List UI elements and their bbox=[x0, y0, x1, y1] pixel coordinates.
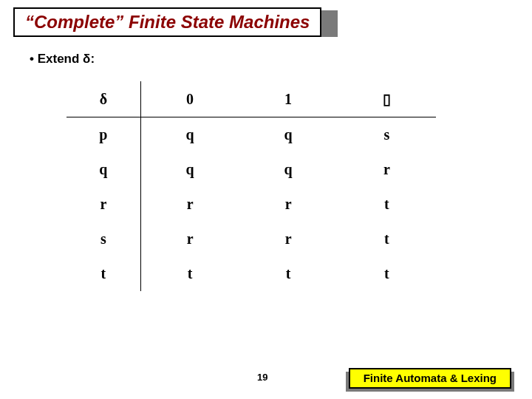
cell: t bbox=[338, 222, 436, 256]
cell: r bbox=[239, 187, 337, 222]
cell: q bbox=[239, 117, 337, 153]
table-row: s r r t bbox=[66, 222, 436, 256]
footer-label: Finite Automata & Lexing bbox=[364, 372, 497, 384]
table-row: t t t t bbox=[66, 256, 436, 291]
cell: t bbox=[239, 256, 337, 291]
state-cell: q bbox=[66, 152, 140, 187]
cell: q bbox=[140, 152, 239, 187]
col-1: 1 bbox=[239, 81, 337, 117]
cell: q bbox=[140, 117, 239, 153]
col-blank: ▯ bbox=[338, 81, 436, 117]
footer-box: Finite Automata & Lexing bbox=[349, 368, 511, 389]
state-cell: t bbox=[66, 256, 140, 291]
bullet-extend: • Extend δ: bbox=[30, 52, 95, 66]
title-box: “Complete” Finite State Machines bbox=[13, 7, 321, 37]
delta-symbol: δ bbox=[66, 81, 140, 117]
state-cell: p bbox=[66, 117, 140, 153]
table-row: p q q s bbox=[66, 117, 436, 153]
transition-table: δ 0 1 ▯ p q q s q q q r r r r bbox=[66, 81, 436, 291]
page-number: 19 bbox=[257, 372, 267, 383]
table-head-row: δ 0 1 ▯ bbox=[66, 81, 436, 117]
table-row: q q q r bbox=[66, 152, 436, 187]
state-cell: s bbox=[66, 222, 140, 256]
cell: s bbox=[338, 117, 436, 153]
state-cell: r bbox=[66, 187, 140, 222]
cell: q bbox=[239, 152, 337, 187]
cell: r bbox=[140, 222, 239, 256]
cell: t bbox=[338, 187, 436, 222]
slide-title: “Complete” Finite State Machines bbox=[25, 12, 310, 32]
col-0: 0 bbox=[140, 81, 239, 117]
cell: r bbox=[239, 222, 337, 256]
table-row: r r r t bbox=[66, 187, 436, 222]
cell: t bbox=[338, 256, 436, 291]
cell: r bbox=[140, 187, 239, 222]
cell: r bbox=[338, 152, 436, 187]
cell: t bbox=[140, 256, 239, 291]
